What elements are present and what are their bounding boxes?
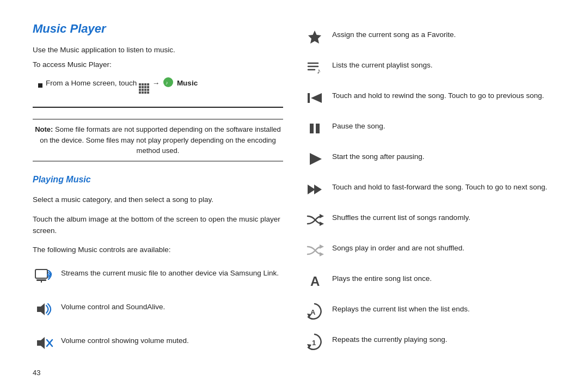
grid-icon [139,83,149,94]
right-rewind: Touch and hold to rewind the song. Touch… [305,88,555,108]
svg-text:1: 1 [312,339,316,347]
right-once: A Plays the entire song list once. [305,271,555,291]
right-repeat: 1 Repeats the currently playing song. [305,332,555,352]
bullet-icon [38,83,42,88]
control-volume-text: Volume control and SoundAlive. [61,298,165,313]
replay-icon: A [305,302,324,321]
pause-text: Pause the song. [332,119,385,132]
right-pause: Pause the song. [305,119,555,138]
shuffle-icon [305,210,324,230]
right-shuffle: Shuffles the current list of songs rando… [305,210,555,230]
control-volume: Volume control and SoundAlive. [33,298,283,320]
right-playlist: ♪ Lists the current playlist songs. [305,58,555,77]
page-title: Music Player [33,22,283,36]
note-box: Note: Some file formats are not supporte… [33,119,283,162]
svg-marker-22 [320,222,324,226]
right-noshuffle: Songs play in order and are not shuffled… [305,241,555,260]
play-text: Start the song after pausing. [332,149,425,163]
repeat-text: Repeats the currently playing song. [332,332,448,346]
pause-icon [305,119,324,138]
svg-marker-21 [320,214,324,218]
once-icon: A [305,271,324,291]
shuffle-text: Shuffles the current list of songs rando… [332,210,470,224]
svg-marker-24 [320,252,324,256]
divider-top [33,107,283,108]
favorite-icon [305,27,324,47]
playlist-text: Lists the current playlist songs. [332,58,433,71]
right-column: Assign the current song as a Favorite. ♪… [305,22,555,370]
favorite-text: Assign the current song as a Favorite. [332,27,456,41]
section-title: Playing Music [33,175,283,185]
svg-marker-15 [311,93,322,103]
svg-marker-5 [37,303,45,315]
control-stream: Streams the current music file to anothe… [33,265,283,286]
playlist-icon: ♪ [305,58,324,77]
fastforward-icon [305,180,324,199]
once-text: Plays the entire song list once. [332,271,432,285]
svg-text:A: A [310,308,316,316]
bullet-item: From a Home screen, touch → ♪ Music [38,77,283,94]
music-circle-icon: ♪ [163,77,173,87]
play-icon [305,149,324,169]
mute-icon [33,332,54,354]
right-fastforward: Touch and hold to fast-forward the song.… [305,180,555,199]
left-column: Music Player Use the Music application t… [33,22,283,370]
fastforward-text: Touch and hold to fast-forward the song.… [332,180,547,193]
svg-rect-16 [310,124,314,133]
svg-marker-23 [320,244,324,249]
svg-marker-6 [37,337,45,349]
controls-label: The following Music controls are availab… [33,246,283,254]
svg-marker-20 [314,185,322,194]
noshuffle-text: Songs play in order and are not shuffled… [332,241,464,254]
noshuffle-icon [305,241,324,260]
svg-marker-9 [308,30,321,44]
svg-marker-19 [308,185,315,194]
intro-text: Use the Music application to listen to m… [33,46,283,54]
svg-point-4 [47,274,49,276]
section-p1: Select a music category, and then select… [33,194,283,206]
control-mute: Volume control showing volume muted. [33,332,283,354]
access-text: To access Music Player: [33,60,283,69]
repeat-icon: 1 [305,332,324,352]
control-stream-text: Streams the current music file to anothe… [61,265,279,279]
right-play: Start the song after pausing. [305,149,555,169]
stream-icon [33,265,54,286]
svg-marker-18 [310,153,322,165]
volume-icon [33,298,54,320]
page-number: 43 [33,369,40,377]
svg-text:♪: ♪ [166,80,168,85]
svg-rect-1 [35,270,47,278]
svg-rect-2 [36,279,46,281]
svg-text:A: A [310,274,320,289]
svg-text:♪: ♪ [317,66,321,75]
rewind-text: Touch and hold to rewind the song. Touch… [332,88,544,102]
svg-rect-17 [316,124,320,133]
svg-rect-14 [308,93,310,103]
replay-text: Replays the current list when the list e… [332,302,470,315]
control-mute-text: Volume control showing volume muted. [61,332,189,346]
section-p2: Touch the album image at the bottom of t… [33,214,283,237]
right-replay: A Replays the current list when the list… [305,302,555,321]
right-favorite: Assign the current song as a Favorite. [305,27,555,47]
bullet-text: From a Home screen, touch → ♪ Music [46,77,198,94]
rewind-icon [305,88,324,108]
